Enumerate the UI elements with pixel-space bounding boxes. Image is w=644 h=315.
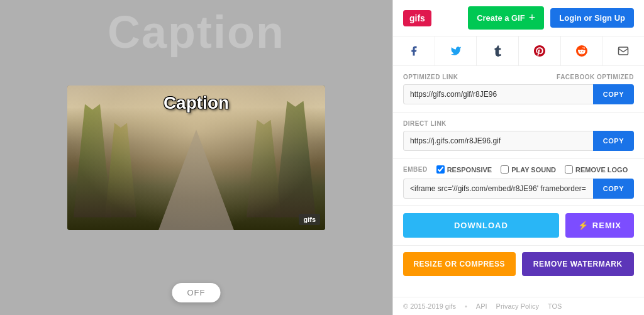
play-sound-checkbox[interactable] (501, 165, 509, 174)
svg-rect-1 (619, 47, 628, 55)
create-gif-button[interactable]: Create a GIF + (468, 6, 544, 30)
embed-label-row: EMBED RESPONSIVE PLAY SOUND REMOVE LOGO (403, 165, 634, 174)
remove-watermark-button[interactable]: REMOVE WATERMARK (522, 252, 635, 276)
create-gif-label: Create a GIF (477, 13, 525, 23)
optimized-link-row: COPY (403, 84, 634, 104)
social-pinterest[interactable] (519, 36, 561, 65)
tos-link[interactable]: TOS (548, 302, 562, 310)
toggle-button[interactable]: OFF (172, 283, 221, 302)
api-link[interactable]: API (476, 302, 487, 310)
embed-copy-button[interactable]: COPY (593, 179, 634, 199)
download-button[interactable]: DOWNLOAD (403, 213, 559, 238)
direct-link-label: DIRECT LINK (403, 120, 447, 127)
remove-logo-label: REMOVE LOGO (575, 166, 628, 174)
privacy-link[interactable]: Privacy Policy (496, 302, 539, 310)
header: gifs Create a GIF + Login or Sign Up (393, 0, 644, 36)
caption-bg-text: Caption (108, 6, 285, 58)
action-row: DOWNLOAD ⚡ REMIX (393, 206, 644, 246)
embed-section: EMBED RESPONSIVE PLAY SOUND REMOVE LOGO … (393, 159, 644, 206)
remove-logo-checkbox-group[interactable]: REMOVE LOGO (565, 165, 628, 174)
optimized-link-label: OPTIMIZED LINK (403, 74, 458, 80)
direct-link-section: DIRECT LINK COPY (393, 113, 644, 159)
left-panel: Caption Caption gifs OFF (0, 0, 392, 315)
play-sound-label: PLAY SOUND (511, 166, 556, 174)
remix-label: REMIX (592, 221, 621, 230)
social-facebook[interactable] (393, 36, 435, 65)
footer-copyright: © 2015-2019 gifs (403, 302, 456, 310)
social-tumblr[interactable] (477, 36, 519, 65)
gif-preview: Caption gifs (67, 86, 325, 230)
optimized-copy-button[interactable]: COPY (593, 84, 634, 104)
direct-link-row: COPY (403, 131, 634, 151)
responsive-checkbox-group[interactable]: RESPONSIVE (436, 165, 492, 174)
gif-caption: Caption (164, 93, 229, 113)
optimized-link-input[interactable] (403, 84, 593, 104)
optimized-link-section: OPTIMIZED LINK FACEBOOK OPTIMIZED COPY (393, 66, 644, 113)
footer-dot: • (465, 302, 467, 310)
optimized-link-label-row: OPTIMIZED LINK FACEBOOK OPTIMIZED (403, 74, 634, 80)
social-email[interactable] (602, 36, 644, 65)
embed-code-input[interactable] (403, 179, 593, 199)
remix-button[interactable]: ⚡ REMIX (565, 213, 634, 238)
bottom-actions: RESIZE OR COMPRESS REMOVE WATERMARK (393, 246, 644, 282)
direct-copy-button[interactable]: COPY (593, 131, 634, 151)
right-panel: gifs Create a GIF + Login or Sign Up OPT… (392, 0, 644, 315)
remix-icon: ⚡ (578, 221, 589, 230)
gifs-badge: gifs (299, 214, 320, 225)
resize-button[interactable]: RESIZE OR COMPRESS (403, 252, 516, 276)
login-button[interactable]: Login or Sign Up (550, 8, 634, 28)
play-sound-checkbox-group[interactable]: PLAY SOUND (501, 165, 556, 174)
logo-badge: gifs (403, 10, 431, 26)
social-twitter[interactable] (435, 36, 477, 65)
remove-logo-checkbox[interactable] (565, 165, 573, 174)
direct-link-label-row: DIRECT LINK (403, 120, 634, 127)
social-bar (393, 36, 644, 66)
embed-label: EMBED (403, 166, 428, 173)
responsive-checkbox[interactable] (436, 165, 445, 174)
direct-link-input[interactable] (403, 131, 593, 151)
plus-icon: + (529, 11, 536, 25)
responsive-label: RESPONSIVE (447, 166, 492, 174)
footer: © 2015-2019 gifs • API Privacy Policy TO… (393, 297, 644, 315)
embed-code-row: COPY (403, 179, 634, 199)
fb-optimized-label: FACEBOOK OPTIMIZED (557, 74, 634, 80)
social-reddit[interactable] (561, 36, 603, 65)
